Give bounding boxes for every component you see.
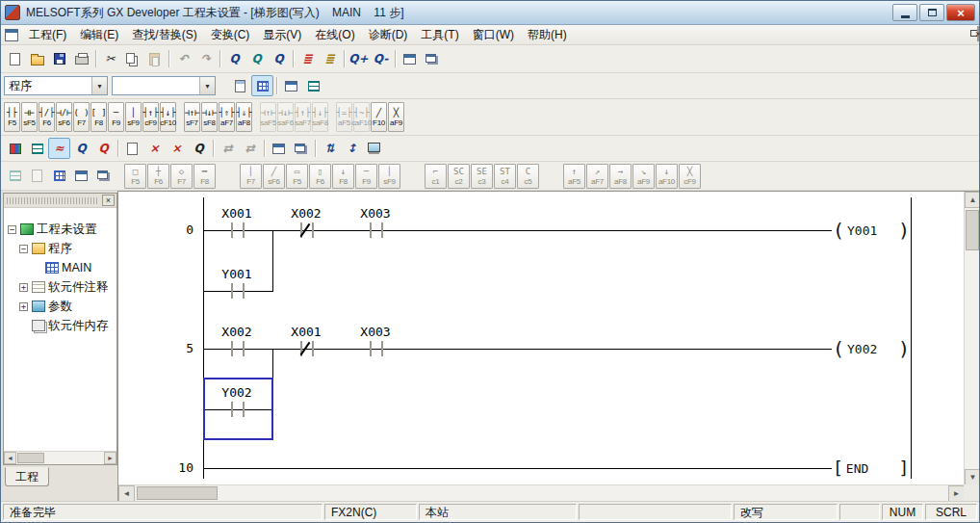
combo-dropdown-icon[interactable]: ▼ [199, 77, 215, 94]
menu-item[interactable]: 编辑(E) [73, 25, 125, 44]
sfc-symbol-button[interactable]: ▭ F5 [286, 164, 308, 189]
parameter-icon[interactable] [229, 75, 251, 96]
menu-item[interactable]: 帮助(H) [521, 25, 574, 44]
monitor-start-icon[interactable]: Q [70, 138, 92, 159]
program-type-combo[interactable]: 程序 ▼ [4, 76, 108, 95]
sa-rising-pulse2-button[interactable]: ┤↑├ saF7 [295, 102, 311, 132]
sfc-symbol-button[interactable]: ┼ F6 [147, 164, 169, 189]
sa-falling-pulse-button[interactable]: ⊣↓⊢ saF6 [277, 102, 294, 132]
ladder-marker-write-icon[interactable]: ≣ [297, 48, 319, 69]
parallel-open-contact-button[interactable]: ⊣⊢ sF5 [21, 102, 38, 132]
new-window-icon[interactable] [421, 48, 443, 69]
scroll-left-icon[interactable]: ◄ [118, 485, 135, 502]
write-mode-icon[interactable]: × [143, 138, 166, 159]
tile-windows-icon[interactable] [268, 138, 290, 159]
copy-icon[interactable] [121, 48, 143, 69]
parallel-closed-contact-button[interactable]: ⊣/⊢ sF6 [56, 102, 72, 132]
comment-edit-icon[interactable] [26, 138, 48, 159]
sfc-symbol-button[interactable]: SE c3 [471, 164, 493, 189]
tree-item[interactable]: + 软元件注释 [4, 277, 116, 297]
end-instruction[interactable]: [ END [832, 458, 868, 479]
sfc-comment-icon[interactable] [26, 166, 48, 187]
ladder-contact-x002-nc[interactable]: X002 [283, 206, 329, 239]
sfc-symbol-button[interactable]: □ F5 [124, 164, 146, 189]
sfc-symbol-button[interactable]: ─ F9 [355, 164, 377, 189]
invert-falling-pulse-button[interactable]: ┤⇓├ aF8 [236, 102, 252, 132]
monitor-write-mode-icon[interactable]: × [166, 138, 188, 159]
menu-item[interactable]: 诊断(D) [362, 25, 415, 44]
device-find-icon[interactable]: Q [188, 138, 210, 159]
menu-item[interactable]: 工程(F) [22, 25, 73, 44]
line-write-button[interactable]: ╱ F10 [371, 102, 387, 132]
rising-pulse-button[interactable]: ┤↑├ cF9 [142, 102, 159, 132]
scroll-track[interactable] [16, 452, 104, 464]
tree-expander[interactable]: + [19, 302, 28, 311]
menu-item[interactable]: 变换(C) [204, 25, 257, 44]
undo-icon[interactable]: ↶ [172, 48, 194, 69]
sfc-symbol-button[interactable]: ↑ aF5 [563, 164, 585, 189]
sfc-symbol-button[interactable]: → aF8 [609, 164, 632, 189]
parallel-falling-pulse-button[interactable]: ⊣↓⊢ sF8 [201, 102, 218, 132]
minimize-button[interactable] [892, 4, 917, 21]
sfc-zoom-icon[interactable] [48, 166, 70, 187]
sfc-block-list-icon[interactable] [4, 166, 26, 187]
vertical-scrollbar[interactable]: ▲ ▼ [964, 192, 980, 485]
closed-contact-button[interactable]: ┤/├ F6 [39, 102, 55, 132]
scroll-down-icon[interactable]: ▼ [965, 469, 980, 485]
comment-display-icon[interactable] [280, 75, 302, 96]
print-icon[interactable] [70, 48, 92, 69]
device-batch-monitor-icon[interactable]: ⇅ [319, 138, 341, 159]
project-tab[interactable]: 工程 [5, 467, 49, 486]
menu-item[interactable]: 窗口(W) [466, 25, 521, 44]
menu-item[interactable]: 在线(O) [308, 25, 361, 44]
sfc-symbol-button[interactable]: ◇ F7 [170, 164, 193, 189]
sfc-symbol-button[interactable]: ▯ F6 [309, 164, 331, 189]
program-display-icon[interactable] [4, 138, 26, 159]
open-contact-button[interactable]: ┤├ F5 [4, 102, 20, 132]
invert-operation-button[interactable]: ┤=├ aF5 [336, 102, 352, 132]
panel-close-button[interactable]: × [102, 195, 115, 206]
pulse-operation-button[interactable]: ┤~├ caF10 [353, 102, 370, 132]
menu-item[interactable]: 工具(T) [414, 25, 465, 44]
coil-button[interactable]: ( ) F7 [73, 102, 90, 132]
sfc-symbol-button[interactable]: ST c4 [494, 164, 516, 189]
panel-scrollbar[interactable]: ◄ ► [4, 451, 116, 464]
scroll-thumb[interactable] [17, 453, 44, 463]
sfc-symbol-button[interactable]: C c5 [517, 164, 539, 189]
scroll-right-icon[interactable]: ► [948, 485, 965, 502]
find-replace-icon[interactable]: Q [268, 48, 290, 69]
close-button[interactable]: × [946, 4, 975, 21]
ladder-contact-x001-nc[interactable]: X001 [283, 325, 329, 357]
sfc-symbol-button[interactable]: ↘ aF9 [632, 164, 655, 189]
sa-falling-pulse2-button[interactable]: ┤↓├ saF8 [312, 102, 328, 132]
monitor-stop-icon[interactable]: Q [92, 138, 115, 159]
zoom-out-icon[interactable]: Q- [370, 48, 392, 69]
ladder-contact-x002[interactable]: X002 [214, 325, 260, 357]
sfc-symbol-button[interactable]: ╳ cF9 [679, 164, 701, 189]
ladder-symbol-icon[interactable]: ≈ [48, 138, 70, 159]
cut-icon[interactable]: ✂ [99, 48, 121, 69]
sfc-symbol-button[interactable]: ↓ F8 [332, 164, 354, 189]
device-combo[interactable]: ▼ [112, 76, 216, 95]
tree-expander[interactable]: − [8, 225, 16, 234]
open-project-icon[interactable] [26, 48, 48, 69]
sfc-symbol-button[interactable]: ⌐ c1 [425, 164, 447, 189]
sfc-sort-icon[interactable] [70, 166, 92, 187]
tree-item[interactable]: MAIN [4, 258, 116, 277]
sa-rising-pulse-button[interactable]: ⊣↑⊢ saF5 [260, 102, 276, 132]
project-list-toggle-icon[interactable] [251, 75, 273, 96]
maximize-button[interactable] [919, 4, 944, 21]
sfc-monitor-icon[interactable] [92, 166, 115, 187]
transfer-read-icon[interactable]: ⇄ [217, 138, 239, 159]
plc-monitor-icon[interactable] [363, 138, 385, 159]
horizontal-line-button[interactable]: ─ F9 [108, 102, 124, 132]
ladder-contact-x003[interactable]: X003 [352, 325, 399, 357]
horizontal-scrollbar[interactable]: ◄ ► [118, 484, 965, 501]
zoom-in-icon[interactable]: Q+ [348, 48, 370, 69]
ladder-contact-y001-branch[interactable]: Y001 [214, 267, 260, 300]
sfc-symbol-button[interactable]: SC c2 [448, 164, 470, 189]
paste-icon[interactable] [143, 48, 166, 69]
ladder-coil-y001[interactable]: ( Y001 [832, 220, 877, 241]
read-mode-icon[interactable] [121, 138, 143, 159]
new-project-icon[interactable] [4, 48, 26, 69]
